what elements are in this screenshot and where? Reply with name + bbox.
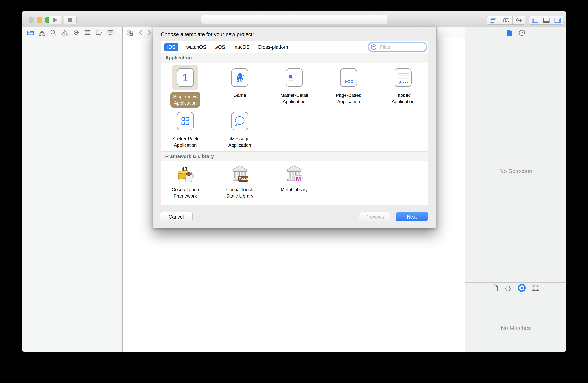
close-window-button[interactable] <box>29 17 34 23</box>
no-selection-label: No Selection <box>465 168 566 174</box>
template-chooser: iOS watchOS tvOS macOS Cross-platform Ap… <box>161 41 428 205</box>
metal-library-icon: M <box>284 165 304 185</box>
toolbox-icon <box>175 165 195 185</box>
template-page-based-application[interactable]: Page-Based Application <box>324 65 373 105</box>
project-navigator-icon[interactable] <box>27 30 34 36</box>
template-label: Master-Detail Application <box>270 92 318 105</box>
left-panel-icon <box>532 18 538 23</box>
section-header-framework-library: Framework & Library <box>161 151 428 161</box>
new-project-template-dialog: Choose a template for your new project: … <box>153 27 437 228</box>
metal-badge-text: M <box>296 175 301 182</box>
bottom-panel-icon <box>543 18 550 23</box>
game-icon <box>231 68 248 87</box>
toggle-debug-area-button[interactable] <box>541 16 552 24</box>
play-icon <box>53 18 57 22</box>
left-right-arrows-icon <box>515 18 523 23</box>
toggle-inspector-button[interactable] <box>552 16 563 24</box>
template-cocoa-touch-framework[interactable]: Cocoa Touch Framework <box>161 165 210 199</box>
template-imessage-application[interactable]: iMessage Application <box>215 108 264 148</box>
stop-icon <box>68 18 72 22</box>
selected-template-tile: 1 <box>172 65 198 90</box>
template-label: Page-Based Application <box>324 92 373 105</box>
standard-editor-button[interactable] <box>487 16 500 24</box>
debug-navigator-icon[interactable] <box>84 30 91 36</box>
filter-icon <box>371 44 377 50</box>
template-tabbed-application[interactable]: Tabbed Application <box>379 65 427 105</box>
inspector-header: ? <box>465 27 566 38</box>
template-sticker-pack-application[interactable]: Sticker Pack Application <box>161 108 210 148</box>
file-template-library-icon[interactable] <box>492 284 498 291</box>
symbol-navigator-icon[interactable] <box>39 29 45 36</box>
svg-text:?: ? <box>521 31 523 35</box>
library-tab-bar: { } <box>465 282 566 293</box>
issue-navigator-icon[interactable] <box>61 29 68 36</box>
run-button[interactable] <box>49 16 62 24</box>
desktop: { "toolbar": { "run_tooltip": "Run", "st… <box>0 0 588 383</box>
tab-ios[interactable]: iOS <box>164 43 178 51</box>
tab-watchos[interactable]: watchOS <box>187 44 206 50</box>
inspector-panel: No Selection { } No Matches <box>465 38 566 352</box>
dialog-title: Choose a template for your new project: <box>161 31 254 38</box>
stop-button[interactable] <box>63 16 77 24</box>
view-toggles-segmented-control <box>529 16 563 25</box>
template-master-detail-application[interactable]: Master-Detail Application <box>270 65 318 105</box>
find-navigator-icon[interactable] <box>50 29 57 36</box>
report-navigator-icon[interactable] <box>107 30 114 36</box>
cancel-button[interactable]: Cancel <box>160 212 193 221</box>
minimize-window-button[interactable] <box>37 17 42 23</box>
text-lines-icon <box>490 17 497 23</box>
imessage-icon <box>231 112 248 130</box>
editor-mode-segmented-control <box>487 16 525 25</box>
tabbed-icon <box>395 68 412 87</box>
code-snippet-library-icon[interactable]: { } <box>504 284 512 291</box>
navigator-bar <box>22 27 123 38</box>
assistant-editor-button[interactable] <box>500 16 513 24</box>
sticker-pack-icon <box>177 112 194 130</box>
no-matches-label: No Matches <box>465 325 566 331</box>
template-single-view-application[interactable]: 1 Single View Application <box>161 65 210 107</box>
tab-cross-platform[interactable]: Cross-platform <box>258 44 290 50</box>
window-toolbar <box>22 11 566 28</box>
tab-tvos[interactable]: tvOS <box>214 44 225 50</box>
right-panel-icon <box>554 18 561 23</box>
page-based-icon <box>340 68 357 87</box>
template-label: Cocoa Touch Framework <box>161 186 210 199</box>
file-inspector-icon[interactable] <box>507 30 513 37</box>
template-game[interactable]: Game <box>215 65 264 98</box>
single-view-icon: 1 <box>177 68 194 87</box>
related-items-icon[interactable] <box>127 29 134 36</box>
platform-tab-bar: iOS watchOS tvOS macOS Cross-platform <box>161 41 428 53</box>
template-label: Sticker Pack Application <box>161 135 210 148</box>
template-label: Single View Application <box>170 92 200 107</box>
test-navigator-icon[interactable] <box>73 29 80 36</box>
svg-text:{ }: { } <box>505 285 511 291</box>
section-header-application: Application <box>161 53 428 63</box>
help-inspector-icon[interactable]: ? <box>519 30 525 36</box>
navigator-panel <box>22 38 123 352</box>
template-filter-input[interactable] <box>379 44 419 50</box>
next-button[interactable]: Next <box>396 212 428 221</box>
go-forward-icon[interactable] <box>147 30 151 36</box>
activity-viewer <box>201 15 387 24</box>
previous-button[interactable]: Previous <box>359 212 390 221</box>
touch-badge-text: Touch <box>239 177 248 181</box>
master-detail-icon <box>286 68 303 87</box>
tab-macos[interactable]: macOS <box>233 44 250 50</box>
template-label: Game <box>215 92 264 98</box>
template-cocoa-touch-static-library[interactable]: Touch Cocoa Touch Static Library <box>215 165 264 199</box>
go-back-icon[interactable] <box>139 30 143 36</box>
library-building-icon: Touch <box>230 165 250 185</box>
template-label: Cocoa Touch Static Library <box>215 186 264 199</box>
object-library-icon[interactable] <box>518 284 526 292</box>
version-editor-button[interactable] <box>513 16 525 24</box>
template-label: iMessage Application <box>215 135 264 148</box>
toggle-navigator-button[interactable] <box>529 16 541 24</box>
template-label: Metal Library <box>270 186 318 193</box>
template-filter-field[interactable] <box>369 43 426 52</box>
media-library-icon[interactable] <box>532 285 539 291</box>
interlocking-circles-icon <box>503 18 510 23</box>
template-metal-library[interactable]: M Metal Library <box>270 165 318 193</box>
breakpoint-navigator-icon[interactable] <box>95 30 103 35</box>
text-caret <box>378 44 378 50</box>
template-label: Tabbed Application <box>379 92 427 105</box>
